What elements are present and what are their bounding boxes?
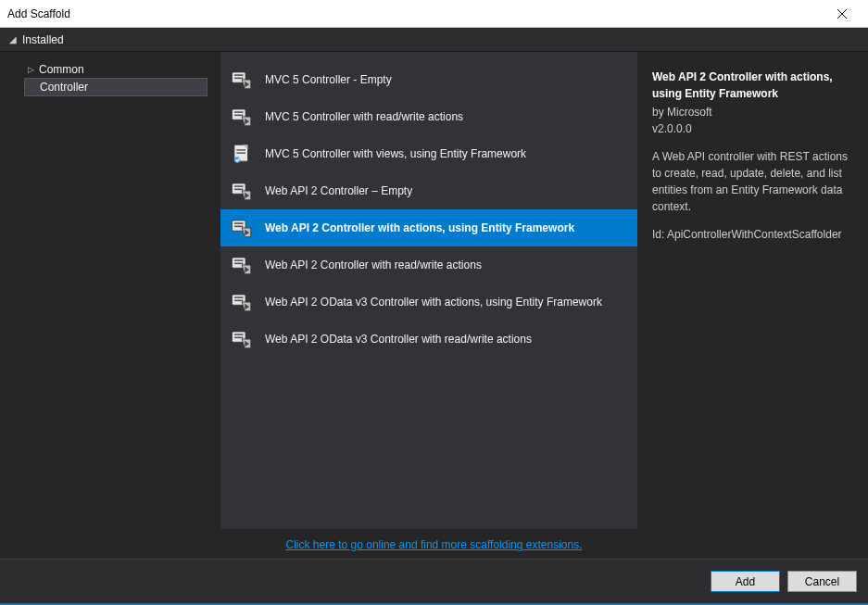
scaffold-item-label: MVC 5 Controller with read/write actions xyxy=(265,110,463,123)
details-id: Id: ApiControllerWithContextScaffolder xyxy=(652,226,853,243)
svg-rect-9 xyxy=(236,149,245,151)
controller-icon xyxy=(230,327,254,351)
close-icon xyxy=(837,9,847,19)
svg-rect-25 xyxy=(234,334,244,335)
tree-item-label: Controller xyxy=(40,81,88,94)
scaffold-item[interactable]: Web API 2 Controller with read/write act… xyxy=(220,246,637,284)
svg-rect-6 xyxy=(234,111,244,113)
main-area: ▷ Common Controller MVC 5 Controller - E… xyxy=(0,52,868,529)
header-tab-installed[interactable]: Installed xyxy=(22,33,64,46)
controller-icon xyxy=(230,216,254,240)
svg-rect-16 xyxy=(234,222,244,224)
close-button[interactable] xyxy=(824,1,861,27)
scaffold-item[interactable]: Web API 2 Controller with actions, using… xyxy=(220,209,637,246)
window-title: Add Scaffold xyxy=(7,7,70,20)
svg-rect-20 xyxy=(234,263,244,265)
controller-views-icon xyxy=(230,142,254,166)
scaffold-item[interactable]: MVC 5 Controller - Empty xyxy=(220,61,637,98)
svg-rect-23 xyxy=(234,300,244,302)
tree-item-label: Common xyxy=(39,63,84,76)
controller-icon xyxy=(230,105,254,129)
online-extensions-link[interactable]: Click here to go online and find more sc… xyxy=(286,538,583,551)
cancel-button[interactable]: Cancel xyxy=(787,571,857,592)
controller-icon xyxy=(230,290,254,314)
svg-rect-3 xyxy=(234,74,244,76)
svg-rect-7 xyxy=(234,115,244,117)
online-link-row: Click here to go online and find more sc… xyxy=(0,529,868,559)
scaffold-item[interactable]: MVC 5 Controller with views, using Entit… xyxy=(220,135,637,172)
details-title: Web API 2 Controller with actions, using… xyxy=(652,69,853,102)
scaffold-item-label: MVC 5 Controller - Empty xyxy=(265,73,392,86)
scaffold-item-label: Web API 2 Controller – Empty xyxy=(265,184,412,197)
expander-icon: ▷ xyxy=(28,65,39,74)
tree-item-common[interactable]: ▷ Common xyxy=(24,61,208,78)
controller-icon xyxy=(230,179,254,203)
footer: Add Cancel xyxy=(0,559,868,603)
scaffold-item-label: Web API 2 Controller with read/write act… xyxy=(265,258,482,271)
svg-rect-26 xyxy=(234,337,244,339)
svg-rect-22 xyxy=(234,296,244,298)
svg-rect-4 xyxy=(234,78,244,80)
scaffold-item[interactable]: Web API 2 OData v3 Controller with actio… xyxy=(220,284,637,321)
scaffold-list: MVC 5 Controller - Empty MVC 5 Controlle… xyxy=(220,52,637,529)
header-strip: ◢ Installed xyxy=(0,28,868,52)
collapse-arrow-icon[interactable]: ◢ xyxy=(9,34,17,44)
details-panel: Web API 2 Controller with actions, using… xyxy=(637,52,868,529)
titlebar: Add Scaffold xyxy=(0,0,868,28)
scaffold-item-label: MVC 5 Controller with views, using Entit… xyxy=(265,147,526,160)
details-version: v2.0.0.0 xyxy=(652,120,853,137)
svg-rect-10 xyxy=(236,152,245,154)
add-button[interactable]: Add xyxy=(711,571,780,592)
svg-rect-14 xyxy=(234,189,244,191)
scaffold-item[interactable]: Web API 2 OData v3 Controller with read/… xyxy=(220,321,637,358)
svg-rect-19 xyxy=(234,259,244,261)
svg-rect-17 xyxy=(234,226,244,228)
scaffold-item-label: Web API 2 Controller with actions, using… xyxy=(265,221,574,234)
category-tree: ▷ Common Controller xyxy=(0,52,220,529)
tree-item-controller[interactable]: Controller xyxy=(24,78,208,96)
scaffold-item[interactable]: Web API 2 Controller – Empty xyxy=(220,172,637,209)
details-author: by Microsoft xyxy=(652,104,853,120)
scaffold-item-label: Web API 2 OData v3 Controller with read/… xyxy=(265,333,532,346)
controller-icon xyxy=(230,253,254,277)
scaffold-item-label: Web API 2 OData v3 Controller with actio… xyxy=(265,296,602,309)
svg-rect-13 xyxy=(234,185,244,187)
controller-icon xyxy=(230,68,254,92)
scaffold-item[interactable]: MVC 5 Controller with read/write actions xyxy=(220,98,637,135)
details-description: A Web API controller with REST actions t… xyxy=(652,148,853,215)
